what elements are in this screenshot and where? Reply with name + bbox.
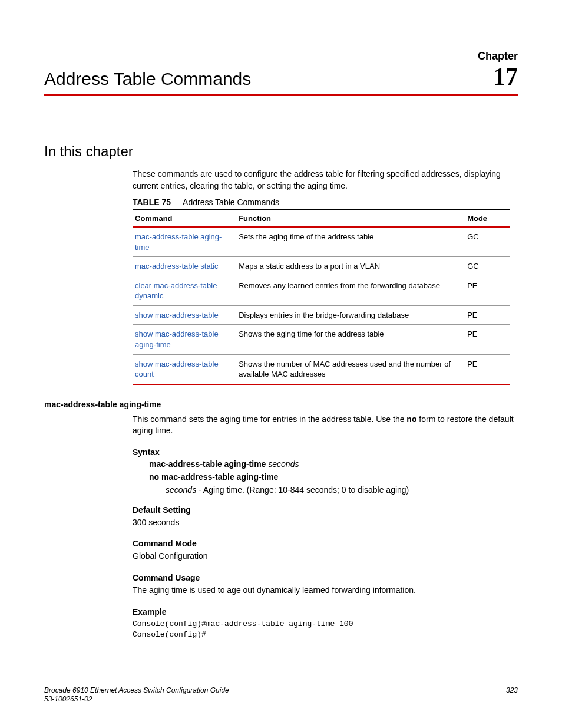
command-description: This command sets the aging time for ent…	[133, 414, 518, 437]
footer-page-number: 323	[506, 686, 518, 704]
arg-name: seconds	[166, 485, 196, 495]
chapter-title: Address Table Commands	[44, 69, 251, 89]
desc-pre: This command sets the aging time for ent…	[133, 414, 406, 424]
table-caption: TABLE 75Address Table Commands	[133, 197, 518, 207]
usage-label: Command Usage	[133, 573, 518, 582]
example-code: Console(config)#mac-address-table aging-…	[133, 619, 518, 640]
mode-label: Command Mode	[133, 539, 518, 548]
cmd-link[interactable]: mac-address-table aging-time	[133, 227, 236, 257]
cmd-mode: PE	[465, 354, 510, 384]
table-label: TABLE 75	[133, 197, 171, 207]
cmd-function: Sets the aging time of the address table	[236, 227, 465, 257]
cmd-function: Displays entries in the bridge-forwardin…	[236, 305, 465, 325]
cmd-link[interactable]: mac-address-table static	[133, 257, 236, 276]
table-row: show mac-address-table Displays entries …	[133, 305, 510, 325]
cmd-function: Shows the number of MAC addresses used a…	[236, 354, 465, 384]
cmd-link[interactable]: show mac-address-table	[133, 305, 236, 325]
syntax-line: mac-address-table aging-time seconds	[149, 459, 518, 469]
example-label: Example	[133, 607, 518, 617]
cmd-mode: PE	[465, 325, 510, 354]
table-row: clear mac-address-table dynamic Removes …	[133, 276, 510, 305]
chapter-number: 17	[493, 62, 518, 91]
cmd-function: Removes any learned entries from the for…	[236, 276, 465, 305]
section-intro: These commands are used to configure the…	[133, 169, 518, 192]
table-row: show mac-address-table count Shows the n…	[133, 354, 510, 384]
syntax-no-line: no mac-address-table aging-time	[149, 472, 518, 482]
cmd-link[interactable]: show mac-address-table aging-time	[133, 325, 236, 354]
table-caption-text: Address Table Commands	[183, 197, 279, 207]
footer-docnum: 53-1002651-02	[44, 695, 229, 704]
mode-value: Global Configuration	[133, 551, 518, 562]
chapter-header: Address Table Commands 17	[44, 62, 518, 91]
syntax-arg: seconds	[268, 459, 299, 469]
syntax-cmd: mac-address-table aging-time	[149, 459, 266, 469]
table-row: mac-address-table static Maps a static a…	[133, 257, 510, 276]
footer-title: Brocade 6910 Ethernet Access Switch Conf…	[44, 686, 229, 696]
desc-no-keyword: no	[406, 414, 416, 424]
arg-desc: - Aging time. (Range: 10-844 seconds; 0 …	[196, 485, 409, 495]
table-row: mac-address-table aging-time Sets the ag…	[133, 227, 510, 257]
table-row: show mac-address-table aging-time Shows …	[133, 325, 510, 354]
cmd-link[interactable]: clear mac-address-table dynamic	[133, 276, 236, 305]
cmd-mode: GC	[465, 257, 510, 276]
cmd-link[interactable]: show mac-address-table count	[133, 354, 236, 384]
cmd-mode: GC	[465, 227, 510, 257]
default-value: 300 seconds	[133, 517, 518, 529]
col-command: Command	[133, 210, 236, 227]
page-footer: Brocade 6910 Ethernet Access Switch Conf…	[44, 686, 518, 704]
chapter-label: Chapter	[44, 50, 518, 62]
col-function: Function	[236, 210, 465, 227]
divider-red	[44, 94, 518, 96]
arg-description: seconds - Aging time. (Range: 10-844 sec…	[166, 485, 518, 495]
col-mode: Mode	[465, 210, 510, 227]
section-title: In this chapter	[44, 143, 518, 160]
command-name-heading: mac-address-table aging-time	[44, 400, 518, 409]
cmd-function: Maps a static address to a port in a VLA…	[236, 257, 465, 276]
usage-value: The aging time is used to age out dynami…	[133, 585, 518, 597]
cmd-mode: PE	[465, 276, 510, 305]
cmd-function: Shows the aging time for the address tab…	[236, 325, 465, 354]
table-header-row: Command Function Mode	[133, 210, 510, 227]
default-label: Default Setting	[133, 505, 518, 515]
commands-table: Command Function Mode mac-address-table …	[133, 209, 510, 384]
syntax-label: Syntax	[133, 447, 518, 457]
cmd-mode: PE	[465, 305, 510, 325]
